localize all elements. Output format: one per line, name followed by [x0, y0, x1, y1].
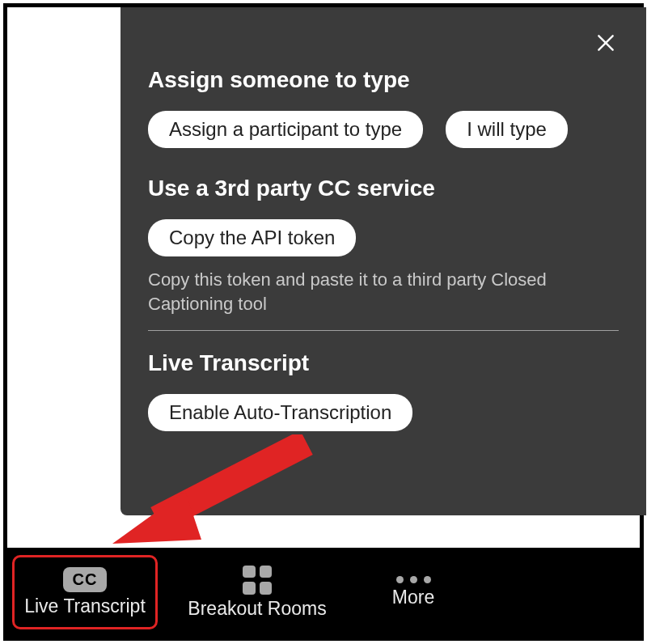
- live-transcript-section-title: Live Transcript: [148, 350, 619, 376]
- api-token-helper-text: Copy this token and paste it to a third …: [148, 268, 619, 316]
- toolbar-more-label: More: [392, 587, 434, 608]
- app-frame: Assign someone to type Assign a particip…: [3, 3, 644, 641]
- i-will-type-button[interactable]: I will type: [446, 111, 568, 148]
- toolbar-breakout-rooms[interactable]: Breakout Rooms: [172, 555, 342, 629]
- section-divider: [148, 330, 619, 331]
- grid-icon: [243, 566, 272, 595]
- cc-icon: CC: [63, 567, 108, 592]
- assign-section-title: Assign someone to type: [148, 67, 619, 93]
- copy-api-token-button[interactable]: Copy the API token: [148, 219, 356, 256]
- assign-participant-button[interactable]: Assign a participant to type: [148, 111, 423, 148]
- enable-auto-transcription-button[interactable]: Enable Auto-Transcription: [148, 394, 412, 431]
- toolbar-more[interactable]: More: [357, 555, 470, 629]
- cc-settings-popup: Assign someone to type Assign a particip…: [121, 7, 646, 515]
- toolbar-live-transcript-label: Live Transcript: [24, 595, 146, 617]
- toolbar-live-transcript[interactable]: CC Live Transcript: [12, 555, 158, 629]
- meeting-toolbar: CC Live Transcript Breakout Rooms More: [7, 548, 640, 637]
- toolbar-breakout-label: Breakout Rooms: [188, 598, 326, 620]
- close-icon[interactable]: [591, 28, 620, 57]
- more-icon: [396, 576, 431, 583]
- third-party-section-title: Use a 3rd party CC service: [148, 176, 619, 201]
